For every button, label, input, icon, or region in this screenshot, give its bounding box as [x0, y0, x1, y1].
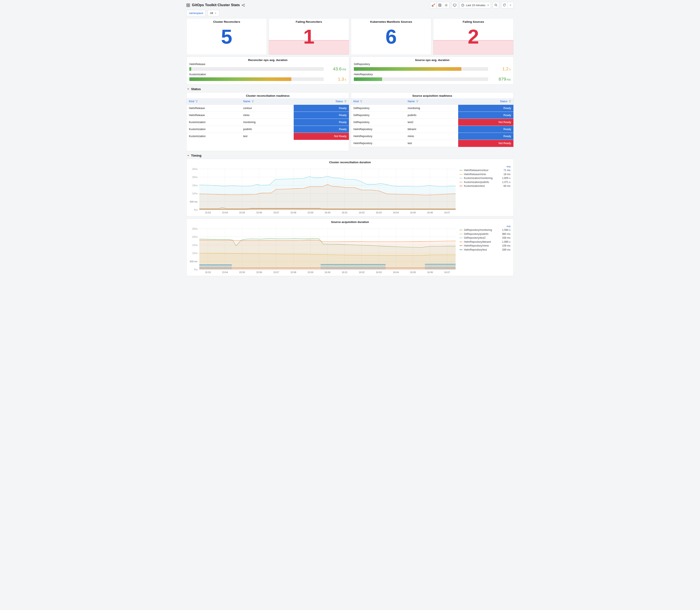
zoom-out-button[interactable] — [493, 2, 499, 8]
namespace-variable-label[interactable]: namespace — [186, 10, 206, 16]
legend-item[interactable]: HelmRepository/minio108 ms — [459, 244, 510, 248]
gauge-bar — [354, 67, 461, 71]
readiness-table: Kind Name Status GitRepositorymonitoring… — [351, 98, 514, 147]
status-tables-row: Cluster reconciliation readiness Kind Na… — [184, 92, 516, 151]
stat-value: 2 — [433, 18, 514, 54]
legend-item[interactable]: Kustomization/monitoring1.605 s — [459, 176, 510, 180]
cell-name: test2 — [405, 119, 458, 126]
series-name: HelmRepository/minio — [464, 244, 501, 247]
panel-title[interactable]: Reconciler ops avg. duration — [186, 57, 349, 63]
legend-item[interactable]: GitRepository/test2338 ms — [459, 236, 510, 240]
panel-cluster-reconciliation-duration: Cluster reconciliation duration 0 s500 m… — [186, 159, 514, 216]
svg-text:16:03: 16:03 — [376, 211, 382, 214]
gauges-row: Reconciler ops avg. duration HelmRelease… — [184, 55, 516, 85]
cell-status: Ready — [458, 112, 514, 119]
refresh-interval-caret[interactable] — [507, 2, 514, 8]
stats-row: Cluster Reconcilers 5 Failing Reconciler… — [184, 18, 516, 55]
series-color-icon — [459, 238, 462, 238]
svg-text:16:05: 16:05 — [410, 211, 416, 214]
filter-icon — [344, 100, 347, 103]
cell-kind: HelmRepository — [351, 140, 405, 147]
svg-text:15:59: 15:59 — [308, 271, 313, 274]
refresh-group — [501, 2, 514, 8]
svg-text:16:07: 16:07 — [444, 211, 450, 214]
svg-text:1.5 s: 1.5 s — [192, 244, 197, 246]
cell-status: Ready — [458, 126, 514, 133]
series-avg-value: 1.695 s — [502, 240, 510, 243]
panel-title[interactable]: Cluster reconciliation duration — [186, 159, 514, 165]
column-header-name[interactable]: Name — [405, 98, 458, 105]
legend-item[interactable]: HelmRepository/test289 ms — [459, 248, 510, 252]
svg-text:15:59: 15:59 — [308, 211, 313, 214]
legend-item[interactable]: Kustomization/podinfo1.071 s — [459, 180, 510, 184]
series-color-icon — [459, 242, 462, 242]
status-badge: Ready — [458, 112, 514, 118]
column-header-status[interactable]: Status — [294, 98, 349, 105]
panel-title[interactable]: Source acquisition duration — [186, 219, 514, 224]
cell-name: bitnami — [405, 126, 458, 133]
save-dashboard-button[interactable] — [437, 2, 443, 8]
legend-item[interactable]: HelmRepository/bitnami1.695 s — [459, 240, 510, 244]
legend-item[interactable]: GitRepository/monitoring1.594 s — [459, 228, 510, 232]
status-badge: Not Ready — [458, 140, 514, 147]
cell-status: Ready — [458, 133, 514, 140]
status-badge: Ready — [294, 126, 349, 133]
cell-kind: GitRepository — [351, 105, 405, 112]
svg-text:15:54: 15:54 — [222, 211, 228, 214]
legend-item[interactable]: HelmRelease/contour71 ms — [459, 168, 510, 172]
legend-item[interactable]: HelmRelease/minio16 ms — [459, 172, 510, 176]
legend-item[interactable]: GitRepository/podinfo980 ms — [459, 232, 510, 236]
table-row: GitRepositorypodinfoReady — [351, 112, 514, 119]
gauge-value: 43.6ms — [327, 66, 346, 71]
svg-text:16:04: 16:04 — [393, 271, 399, 274]
row-header-timing[interactable]: Timing — [184, 151, 516, 159]
refresh-button[interactable] — [501, 2, 507, 8]
cell-name: test — [241, 133, 294, 140]
timeseries-svg: 0 s500 ms1.0 s1.5 s2.0 s2.5 s15:5315:541… — [187, 224, 459, 275]
series-color-icon — [459, 170, 462, 171]
filter-icon — [196, 100, 198, 103]
cell-kind: GitRepository — [351, 119, 405, 126]
section-title: Status — [191, 87, 201, 91]
svg-text:16:04: 16:04 — [393, 211, 399, 214]
apps-grid-icon[interactable] — [186, 3, 190, 7]
timeseries-svg: 0 s500 ms1.0 s1.5 s2.0 s2.5 s15:5315:541… — [187, 165, 459, 215]
legend-avg-header[interactable]: avg — [459, 165, 510, 168]
legend-item[interactable]: Kustomization/test84 ms — [459, 184, 510, 188]
panel-title[interactable]: Source ops avg. duration — [351, 57, 514, 63]
row-header-status[interactable]: Status — [184, 85, 516, 92]
namespace-variable-dropdown[interactable]: All — [207, 10, 219, 16]
series-avg-value: 16 ms — [503, 173, 510, 176]
svg-text:16:06: 16:06 — [427, 211, 433, 214]
time-picker[interactable]: Last 15 minutes — [460, 2, 491, 8]
svg-text:15:55: 15:55 — [239, 271, 245, 274]
panel-title[interactable]: Cluster reconciliation readiness — [186, 93, 349, 98]
timeseries-plot[interactable]: 0 s500 ms1.0 s1.5 s2.0 s2.5 s15:5315:541… — [187, 224, 459, 275]
add-panel-button[interactable] — [430, 2, 437, 8]
svg-text:16:00: 16:00 — [325, 211, 330, 214]
cell-status: Not Ready — [294, 133, 349, 140]
svg-text:2.0 s: 2.0 s — [192, 176, 197, 178]
status-badge: Ready — [458, 105, 514, 112]
cell-status: Not Ready — [458, 119, 514, 126]
dashboard-settings-button[interactable] — [443, 2, 450, 8]
timeseries-plot[interactable]: 0 s500 ms1.0 s1.5 s2.0 s2.5 s15:5315:541… — [187, 165, 459, 215]
svg-text:1.5 s: 1.5 s — [192, 184, 197, 187]
cycle-view-mode-button[interactable] — [451, 2, 458, 8]
series-color-icon — [459, 230, 462, 230]
gauge-value: 879ms — [491, 77, 511, 82]
column-header-kind[interactable]: Kind — [351, 98, 405, 105]
status-badge: Ready — [294, 105, 349, 112]
status-badge: Ready — [458, 133, 514, 140]
column-header-status[interactable]: Status — [458, 98, 514, 105]
cell-status: Ready — [294, 105, 349, 112]
column-header-kind[interactable]: Kind — [186, 98, 241, 105]
cell-name: podinfo — [241, 126, 294, 133]
series-color-icon — [459, 174, 462, 175]
filter-icon — [360, 100, 362, 103]
column-header-name[interactable]: Name — [241, 98, 294, 105]
legend-avg-header[interactable]: avg — [459, 225, 510, 227]
share-icon[interactable] — [242, 4, 245, 7]
panel-title[interactable]: Source acquisition readiness — [351, 93, 514, 98]
table-row: GitRepositorymonitoringReady — [351, 105, 514, 112]
